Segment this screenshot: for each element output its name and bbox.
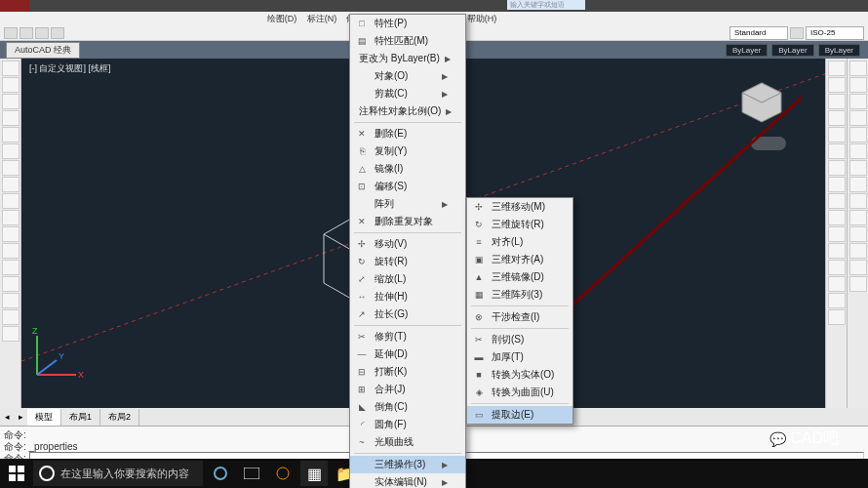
tool-button[interactable] (2, 243, 20, 259)
3d-submenu-item[interactable]: ■转换为实体(O) (467, 366, 572, 384)
tool-button[interactable] (828, 160, 846, 176)
modify-menu-item[interactable]: ✢移动(V) (350, 235, 465, 253)
tool-button[interactable] (828, 177, 846, 192)
modify-menu-item[interactable]: ▤特性匹配(M) (350, 32, 465, 50)
tool-button[interactable] (849, 193, 867, 209)
tool-button[interactable] (2, 127, 20, 142)
tool-button[interactable] (849, 110, 867, 126)
tool-button[interactable] (849, 226, 867, 242)
tool-button[interactable] (2, 260, 20, 275)
tool-button[interactable] (2, 110, 20, 126)
tool-button[interactable] (2, 61, 20, 76)
modify-menu-item[interactable]: ⎘复制(Y) (350, 142, 465, 160)
tool-button[interactable] (2, 326, 20, 342)
tool-button[interactable] (2, 177, 20, 192)
modify-menu-item[interactable]: 三维操作(3)▶ (350, 456, 465, 473)
3d-submenu-item[interactable]: ≡对齐(L) (467, 233, 572, 251)
tool-button[interactable] (2, 210, 20, 225)
tool-icon[interactable] (4, 27, 18, 39)
modify-menu-item[interactable]: 剪裁(C)▶ (350, 85, 465, 102)
3d-submenu-item[interactable]: ▭提取边(E) (467, 406, 572, 424)
cortana-icon[interactable] (207, 461, 234, 486)
layer-dd[interactable]: ByLayer (818, 44, 860, 57)
menu-dim[interactable]: 标注(N) (302, 13, 341, 25)
modify-menu-item[interactable]: ◣倒角(C) (350, 398, 465, 416)
view-cube[interactable] (737, 78, 786, 127)
modify-menu-item[interactable]: 更改为 ByLayer(B)▶ (350, 50, 465, 67)
modify-menu-item[interactable]: ⊡偏移(S) (350, 178, 465, 195)
modify-menu-item[interactable]: ↔拉伸(H) (350, 288, 465, 305)
tool-icon[interactable] (51, 27, 64, 39)
3d-submenu-item[interactable]: ✂剖切(S) (467, 331, 572, 348)
3d-submenu-item[interactable]: ▲三维镜像(D) (467, 268, 572, 286)
tool-button[interactable] (828, 127, 846, 142)
tool-button[interactable] (2, 77, 20, 93)
tool-button[interactable] (828, 276, 846, 292)
tool-button[interactable] (2, 293, 20, 308)
iso-dd[interactable]: ISO-25 (806, 26, 864, 40)
tool-button[interactable] (828, 110, 846, 126)
tool-button[interactable] (849, 160, 867, 176)
tool-button[interactable] (849, 260, 867, 275)
modify-menu-item[interactable]: ⤢缩放(L) (350, 270, 465, 288)
tool-button[interactable] (828, 94, 846, 109)
taskbar-search[interactable]: 在这里输入你要搜索的内容 (33, 461, 203, 486)
modify-menu-item[interactable]: □特性(P) (350, 15, 465, 32)
tool-icon[interactable] (20, 27, 33, 39)
tab-layout2[interactable]: 布局2 (100, 409, 139, 426)
modify-menu-item[interactable]: ↻旋转(R) (350, 253, 465, 270)
menu-help[interactable]: 帮助(H) (462, 13, 501, 25)
tool-button[interactable] (849, 61, 867, 76)
3d-submenu-item[interactable]: ▦三维阵列(3) (467, 286, 572, 304)
tool-button[interactable] (849, 210, 867, 225)
3d-submenu-item[interactable]: ◈转换为曲面(U) (467, 384, 572, 401)
3d-submenu-item[interactable]: ✢三维移动(M) (467, 198, 572, 216)
tool-button[interactable] (2, 160, 20, 176)
menu-draw[interactable]: 绘图(D) (262, 13, 301, 25)
tool-button[interactable] (2, 226, 20, 242)
tab-layout1[interactable]: 布局1 (61, 409, 100, 426)
tool-button[interactable] (828, 77, 846, 93)
modify-menu-item[interactable]: ⊟打断(K) (350, 363, 465, 381)
layer-dd[interactable]: ByLayer (726, 44, 768, 57)
tool-button[interactable] (2, 276, 20, 292)
tool-button[interactable] (2, 143, 20, 159)
tool-button[interactable] (849, 77, 867, 93)
layer-dd[interactable]: ByLayer (771, 44, 813, 57)
modify-menu-item[interactable]: ✕删除重复对象 (350, 213, 465, 230)
modify-menu-item[interactable]: 实体编辑(N)▶ (350, 473, 465, 488)
nav-button[interactable] (751, 137, 786, 150)
tool-button[interactable] (2, 193, 20, 209)
workspace-dd[interactable]: AutoCAD 经典 (6, 42, 80, 59)
modify-menu-item[interactable]: —延伸(D) (350, 346, 465, 363)
tool-button[interactable] (828, 309, 846, 325)
tool-button[interactable] (828, 226, 846, 242)
tool-button[interactable] (849, 243, 867, 259)
tool-button[interactable] (2, 309, 20, 325)
modify-menu-item[interactable]: ✕删除(E) (350, 125, 465, 142)
task-icon[interactable] (238, 461, 265, 486)
modify-menu-item[interactable]: 注释性对象比例(O)▶ (350, 102, 465, 120)
3d-submenu-item[interactable]: ▬加厚(T) (467, 348, 572, 366)
tool-button[interactable] (828, 260, 846, 275)
modify-menu-item[interactable]: ◜圆角(F) (350, 416, 465, 433)
modify-menu-item[interactable]: ✂修剪(T) (350, 328, 465, 346)
modify-menu-item[interactable]: 阵列▶ (350, 195, 465, 213)
task-icon[interactable]: ▦ (300, 461, 328, 486)
tool-icon[interactable] (35, 27, 49, 39)
tool-button[interactable] (2, 94, 20, 109)
task-icon[interactable] (269, 461, 296, 486)
tool-button[interactable] (849, 143, 867, 159)
tool-button[interactable] (828, 243, 846, 259)
modify-menu-item[interactable]: 对象(O)▶ (350, 67, 465, 85)
tool-icon[interactable] (790, 27, 804, 39)
tool-button[interactable] (828, 193, 846, 209)
tool-button[interactable] (849, 94, 867, 109)
tool-button[interactable] (828, 143, 846, 159)
modify-menu-item[interactable]: ↗拉长(G) (350, 305, 465, 323)
tool-button[interactable] (828, 210, 846, 225)
tool-button[interactable] (828, 61, 846, 76)
help-search[interactable]: 输入关键字或短语 (507, 0, 585, 10)
modify-menu-item[interactable]: ~光顺曲线 (350, 433, 465, 451)
3d-submenu-item[interactable]: ▣三维对齐(A) (467, 251, 572, 268)
